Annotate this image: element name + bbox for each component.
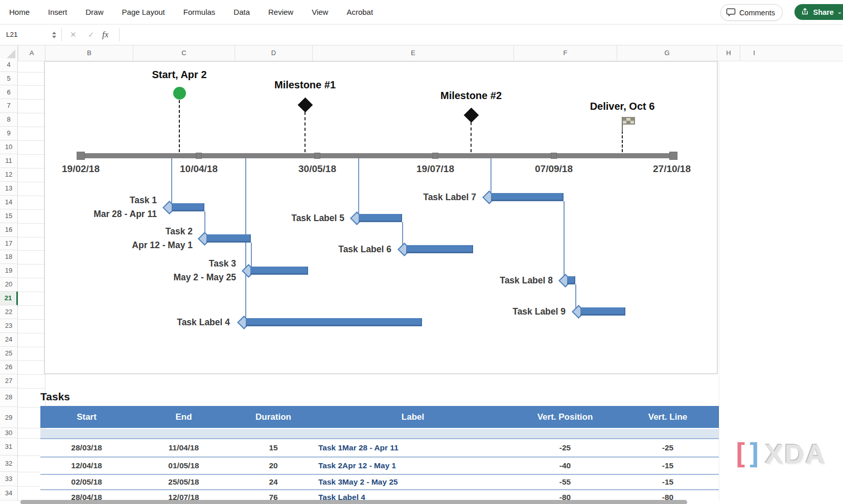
- row-header-34[interactable]: 34: [0, 486, 18, 500]
- row-header-25[interactable]: 25: [0, 347, 18, 361]
- row-header-20[interactable]: 20: [0, 278, 18, 292]
- tasks-table-header-cell[interactable]: Label: [312, 406, 513, 428]
- row-header-23[interactable]: 23: [0, 319, 18, 333]
- tasks-table-header-cell[interactable]: Vert. Line: [617, 406, 719, 428]
- row-header-15[interactable]: 15: [0, 209, 18, 223]
- enter-icon[interactable]: ✓: [88, 25, 95, 45]
- column-header-F[interactable]: F: [513, 45, 617, 61]
- row-header-28[interactable]: 28: [0, 388, 18, 407]
- tasks-table-cell-start[interactable]: 28/03/18: [40, 439, 133, 457]
- row-header-21[interactable]: 21: [0, 292, 18, 305]
- row-header-29[interactable]: 29: [0, 407, 18, 428]
- row-header-33[interactable]: 33: [0, 472, 18, 486]
- row-header-18[interactable]: 18: [0, 250, 18, 264]
- tasks-table-cell-duration[interactable]: 20: [235, 458, 312, 474]
- column-header-G[interactable]: G: [617, 45, 717, 61]
- row-header-5[interactable]: 5: [0, 72, 18, 86]
- column-header-A[interactable]: A: [18, 45, 45, 61]
- tasks-table-cell-vert_position[interactable]: -25: [513, 439, 617, 457]
- task-leader-line: [490, 158, 491, 195]
- tasks-table-cell-start[interactable]: 02/05/18: [40, 475, 133, 489]
- tasks-table-header-cell[interactable]: Duration: [235, 406, 312, 428]
- row-header-9[interactable]: 9: [0, 127, 18, 140]
- row-header-31[interactable]: 31: [0, 438, 18, 455]
- tasks-table-cell-label[interactable]: Task 3May 2 - May 25: [312, 475, 513, 489]
- tasks-table-cell-vert_position[interactable]: -40: [513, 458, 617, 474]
- menu-tab-draw[interactable]: Draw: [86, 8, 104, 16]
- task-bar[interactable]: [406, 245, 473, 253]
- task-bar[interactable]: [567, 276, 575, 284]
- table-row: 28/03/1811/04/1815Task 1Mar 28 - Apr 11-…: [40, 439, 719, 458]
- row-header-19[interactable]: 19: [0, 264, 18, 278]
- menu-tab-review[interactable]: Review: [268, 8, 293, 16]
- task-bar[interactable]: [491, 193, 564, 201]
- deliver-flag-icon[interactable]: [621, 116, 636, 135]
- menu-tab-page-layout[interactable]: Page Layout: [122, 8, 165, 16]
- column-header-H[interactable]: H: [717, 45, 740, 61]
- row-header-8[interactable]: 8: [0, 113, 18, 127]
- row-header-7[interactable]: 7: [0, 99, 18, 113]
- menu-tab-formulas[interactable]: Formulas: [183, 8, 216, 16]
- row-header-14[interactable]: 14: [0, 196, 18, 209]
- start-circle-marker[interactable]: [173, 87, 186, 100]
- timeline-bar[interactable]: [81, 153, 673, 158]
- row-header-11[interactable]: 11: [0, 154, 18, 168]
- menu-tab-data[interactable]: Data: [233, 8, 250, 16]
- task-bar[interactable]: [172, 203, 204, 211]
- tasks-table-cell-label[interactable]: Task 1Mar 28 - Apr 11: [312, 439, 513, 457]
- tasks-table-cell-label[interactable]: Task 2Apr 12 - May 1: [312, 458, 513, 474]
- row-header-4[interactable]: 4: [0, 58, 18, 72]
- cancel-icon[interactable]: ✕: [70, 25, 77, 45]
- row-header-12[interactable]: 12: [0, 168, 18, 182]
- tasks-table-cell-vert_line[interactable]: -25: [617, 439, 719, 457]
- tasks-table-cell-vert_position[interactable]: -55: [513, 475, 617, 489]
- row-header-24[interactable]: 24: [0, 333, 18, 347]
- timeline-date-label: 19/07/18: [394, 163, 476, 175]
- row-header-26[interactable]: 26: [0, 361, 18, 374]
- tasks-table-cell-duration[interactable]: 24: [235, 475, 312, 489]
- task-bar[interactable]: [246, 318, 422, 326]
- row-header-17[interactable]: 17: [0, 237, 18, 251]
- tasks-table-header-cell[interactable]: Start: [40, 406, 133, 428]
- task-bar[interactable]: [250, 267, 308, 275]
- tasks-table-cell-end[interactable]: 11/04/18: [133, 439, 235, 457]
- tasks-table-cell-end[interactable]: 25/05/18: [133, 475, 235, 489]
- tasks-table-cell-vert_line[interactable]: -15: [617, 458, 719, 474]
- name-box-stepper[interactable]: [49, 25, 59, 45]
- column-header-I[interactable]: I: [740, 45, 768, 61]
- insert-function-icon[interactable]: fx: [102, 25, 108, 45]
- column-header-D[interactable]: D: [235, 45, 312, 61]
- tasks-table-cell-end[interactable]: 01/05/18: [133, 458, 235, 474]
- menu-tab-insert[interactable]: Insert: [48, 8, 67, 16]
- task-bar[interactable]: [206, 234, 251, 243]
- menu-tab-view[interactable]: View: [312, 8, 328, 16]
- tasks-table-cell-start[interactable]: 12/04/18: [40, 458, 133, 474]
- task-bar[interactable]: [359, 214, 402, 222]
- row-header-32[interactable]: 32: [0, 455, 18, 472]
- gridline: [18, 333, 45, 333]
- task-bar[interactable]: [580, 307, 625, 316]
- row-header-6[interactable]: 6: [0, 85, 18, 99]
- tasks-table-cell-duration[interactable]: 15: [235, 439, 312, 457]
- horizontal-scrollbar[interactable]: [20, 500, 687, 504]
- column-header-C[interactable]: C: [133, 45, 235, 61]
- row-header-10[interactable]: 10: [0, 140, 18, 154]
- menu-tab-home[interactable]: Home: [9, 8, 30, 16]
- row-header-16[interactable]: 16: [0, 223, 18, 237]
- task-label-line: Apr 12 - May 1: [132, 238, 193, 252]
- tasks-table-header-cell[interactable]: Vert. Position: [513, 406, 617, 428]
- row-header-13[interactable]: 13: [0, 182, 18, 196]
- column-header-E[interactable]: E: [312, 45, 513, 61]
- tasks-table-blank-row[interactable]: [40, 429, 719, 439]
- tasks-table-cell-vert_line[interactable]: -15: [617, 475, 719, 489]
- menu-tab-acrobat[interactable]: Acrobat: [346, 8, 373, 16]
- name-box[interactable]: L21: [0, 25, 55, 45]
- tasks-table-header-cell[interactable]: End: [133, 406, 235, 428]
- row-header-27[interactable]: 27: [0, 374, 18, 388]
- row-header-30[interactable]: 30: [0, 428, 18, 438]
- formula-input[interactable]: [123, 25, 843, 45]
- row-header-22[interactable]: 22: [0, 305, 18, 319]
- column-header-B[interactable]: B: [45, 45, 133, 61]
- comments-button[interactable]: Comments: [720, 4, 783, 21]
- share-button[interactable]: Share ⌄: [794, 4, 843, 20]
